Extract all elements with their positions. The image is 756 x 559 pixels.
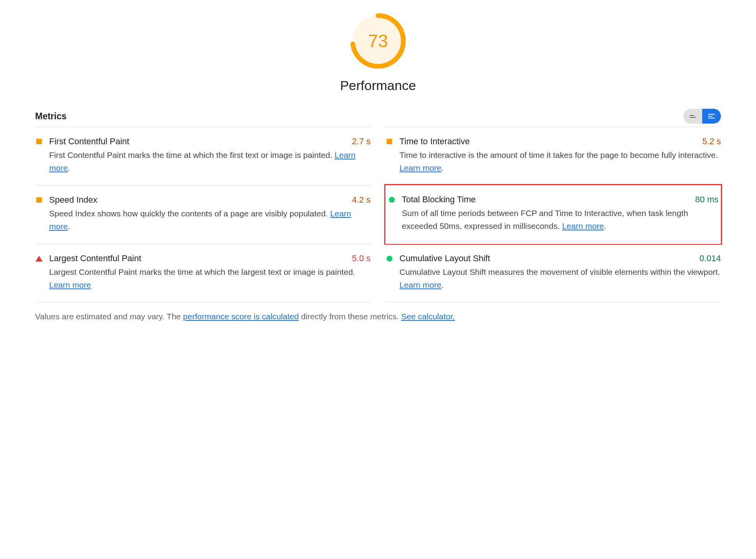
circle-pass-icon [387,256,392,262]
metric-value: 2.7 s [347,136,371,147]
learn-more-link[interactable]: Learn more [562,221,604,230]
metric-value: 5.2 s [697,136,721,147]
metric-description: Cumulative Layout Shift measures the mov… [399,266,721,291]
see-calculator-link[interactable]: See calculator. [401,312,455,321]
triangle-fail-icon [35,256,43,262]
list-expanded-icon [708,114,715,119]
footer-note: Values are estimated and may vary. The p… [35,310,721,323]
metric-description: Largest Contentful Paint marks the time … [49,266,371,291]
learn-more-link[interactable]: Learn more [399,280,441,289]
metric-value: 0.014 [695,253,721,264]
metric-value: 4.2 s [347,195,371,205]
metric-description: Sum of all time periods between FCP and … [402,207,719,232]
metric-cumulative-layout-shift: Cumulative Layout Shift 0.014 Cumulative… [385,244,721,302]
metric-value: 80 ms [690,195,719,205]
circle-pass-icon [389,197,395,203]
performance-label: Performance [340,78,416,93]
metric-time-to-interactive: Time to Interactive 5.2 s Time to intera… [385,127,721,185]
metric-title: Speed Index [49,195,98,205]
learn-more-link[interactable]: Learn more [399,163,441,172]
score-calculated-link[interactable]: performance score is calculated [183,312,298,321]
metric-title: Largest Contentful Paint [49,253,141,264]
metric-title: Cumulative Layout Shift [399,253,490,264]
metric-value: 5.0 s [347,253,371,264]
performance-gauge: 73 [349,12,407,70]
square-average-icon [36,197,42,203]
metric-description: First Contentful Paint marks the time at… [49,149,371,174]
list-compact-icon [690,115,696,118]
metric-description: Time to interactive is the amount of tim… [399,149,721,174]
metric-largest-contentful-paint: Largest Contentful Paint 5.0 s Largest C… [35,244,371,302]
view-toggle [683,109,721,124]
square-average-icon [387,139,392,144]
metric-title: Time to Interactive [399,136,470,147]
metrics-heading: Metrics [35,111,67,122]
metric-description: Speed Index shows how quickly the conten… [49,207,371,233]
metric-first-contentful-paint: First Contentful Paint 2.7 s First Conte… [35,127,371,185]
metric-speed-index: Speed Index 4.2 s Speed Index shows how … [35,185,371,244]
metric-title: Total Blocking Time [402,195,476,205]
metric-title: First Contentful Paint [49,136,129,147]
toggle-expanded-button[interactable] [702,109,721,124]
square-average-icon [36,139,42,144]
performance-score: 73 [368,30,388,51]
learn-more-link[interactable]: Learn more [49,280,91,289]
toggle-compact-button[interactable] [683,109,702,124]
metric-total-blocking-time: Total Blocking Time 80 ms Sum of all tim… [384,184,722,245]
